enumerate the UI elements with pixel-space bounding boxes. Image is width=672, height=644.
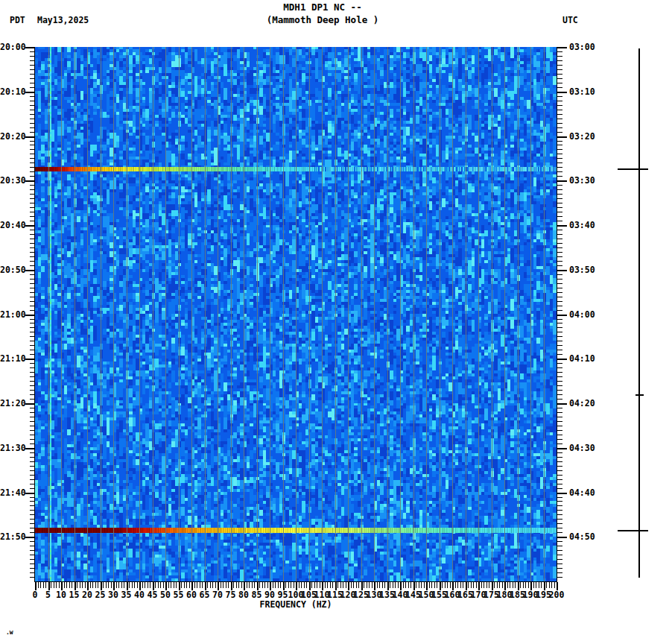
freq-minor-tick bbox=[528, 582, 529, 588]
freq-minor-tick bbox=[59, 582, 60, 588]
utc-minor-tick bbox=[557, 564, 562, 564]
pdt-minor-tick bbox=[30, 341, 35, 341]
freq-minor-tick bbox=[202, 582, 203, 588]
freq-minor-tick bbox=[546, 582, 547, 588]
utc-minor-tick bbox=[557, 74, 562, 75]
pdt-minor-tick bbox=[30, 443, 35, 444]
pdt-minor-tick bbox=[30, 541, 35, 542]
utc-minor-tick bbox=[557, 505, 562, 506]
utc-minor-tick bbox=[557, 510, 562, 511]
pdt-major-tick bbox=[25, 448, 35, 449]
pdt-minor-tick bbox=[30, 212, 35, 212]
utc-minor-tick bbox=[557, 367, 562, 368]
event-marker-major bbox=[618, 530, 648, 531]
utc-minor-tick bbox=[557, 466, 562, 467]
freq-minor-tick bbox=[497, 582, 498, 588]
pdt-minor-tick bbox=[30, 484, 35, 484]
utc-minor-tick bbox=[557, 497, 562, 498]
utc-minor-tick bbox=[557, 417, 562, 417]
freq-minor-tick bbox=[291, 582, 291, 588]
utc-minor-tick bbox=[557, 484, 562, 484]
freq-minor-tick bbox=[247, 582, 247, 588]
freq-minor-tick bbox=[200, 582, 200, 588]
freq-minor-tick bbox=[171, 582, 171, 588]
utc-minor-tick bbox=[557, 247, 562, 248]
pdt-minor-tick bbox=[30, 301, 35, 302]
utc-major-tick bbox=[557, 225, 567, 227]
pdt-minor-tick bbox=[30, 207, 35, 208]
pdt-major-tick bbox=[25, 136, 35, 138]
freq-minor-tick bbox=[38, 582, 39, 588]
utc-minor-tick bbox=[557, 171, 562, 172]
freq-minor-tick bbox=[325, 582, 326, 588]
utc-major-tick bbox=[557, 359, 567, 360]
utc-minor-tick bbox=[557, 51, 562, 52]
pdt-minor-tick bbox=[30, 256, 35, 257]
pdt-minor-tick bbox=[30, 532, 35, 533]
pdt-minor-tick bbox=[30, 385, 35, 386]
utc-minor-tick bbox=[557, 56, 562, 57]
utc-minor-tick bbox=[557, 149, 562, 150]
utc-time-label: 03:10 bbox=[569, 87, 602, 97]
pdt-minor-tick bbox=[30, 461, 35, 462]
left-timezone-label: PDT bbox=[10, 16, 25, 25]
pdt-minor-tick bbox=[30, 96, 35, 97]
utc-minor-tick bbox=[557, 421, 562, 422]
utc-minor-tick bbox=[557, 559, 562, 560]
pdt-minor-tick bbox=[30, 376, 35, 377]
freq-minor-tick bbox=[549, 582, 550, 588]
pdt-minor-tick bbox=[30, 306, 35, 306]
footer-glyph: .w bbox=[6, 630, 13, 636]
freq-minor-tick bbox=[507, 582, 508, 588]
pdt-minor-tick bbox=[30, 114, 35, 115]
utc-minor-tick bbox=[557, 279, 562, 280]
utc-time-label: 03:00 bbox=[569, 42, 602, 52]
pdt-minor-tick bbox=[30, 127, 35, 128]
pdt-minor-tick bbox=[30, 510, 35, 511]
utc-minor-tick bbox=[557, 301, 562, 302]
pdt-minor-tick bbox=[30, 350, 35, 350]
utc-minor-tick bbox=[557, 132, 562, 133]
freq-minor-tick bbox=[346, 582, 346, 588]
freq-minor-tick bbox=[499, 582, 500, 588]
freq-minor-tick bbox=[533, 582, 534, 588]
utc-minor-tick bbox=[557, 470, 562, 471]
utc-minor-tick bbox=[557, 185, 562, 186]
freq-minor-tick bbox=[442, 582, 443, 588]
utc-minor-tick bbox=[557, 60, 562, 61]
freq-minor-tick bbox=[421, 582, 422, 588]
freq-minor-tick bbox=[285, 582, 286, 588]
freq-minor-tick bbox=[249, 582, 250, 588]
pdt-minor-tick bbox=[30, 176, 35, 177]
pdt-minor-tick bbox=[30, 417, 35, 417]
freq-minor-tick bbox=[411, 582, 411, 588]
freq-minor-tick bbox=[340, 582, 341, 588]
pdt-minor-tick bbox=[30, 274, 35, 275]
freq-minor-tick bbox=[221, 582, 221, 588]
utc-minor-tick bbox=[557, 252, 562, 253]
freq-minor-tick bbox=[445, 582, 446, 588]
pdt-minor-tick bbox=[30, 310, 35, 311]
freq-minor-tick bbox=[236, 582, 237, 588]
freq-minor-tick bbox=[541, 582, 542, 588]
freq-minor-tick bbox=[168, 582, 169, 588]
freq-minor-tick bbox=[551, 582, 552, 588]
pdt-time-label: 21:00 bbox=[0, 310, 24, 320]
utc-major-tick bbox=[557, 180, 567, 182]
utc-minor-tick bbox=[557, 461, 562, 462]
utc-minor-tick bbox=[557, 354, 562, 355]
freq-minor-tick bbox=[82, 582, 83, 588]
freq-minor-tick bbox=[129, 582, 130, 588]
utc-major-tick bbox=[557, 92, 567, 93]
utc-minor-tick bbox=[557, 239, 562, 239]
utc-minor-tick bbox=[557, 408, 562, 408]
freq-minor-tick bbox=[372, 582, 373, 588]
pdt-major-tick bbox=[25, 359, 35, 360]
pdt-time-label: 21:20 bbox=[0, 399, 24, 408]
pdt-minor-tick bbox=[30, 372, 35, 373]
pdt-minor-tick bbox=[30, 367, 35, 368]
utc-minor-tick bbox=[557, 435, 562, 435]
date-label: May13,2025 bbox=[37, 16, 89, 25]
pdt-minor-tick bbox=[30, 421, 35, 422]
utc-time-label: 03:20 bbox=[569, 132, 602, 142]
